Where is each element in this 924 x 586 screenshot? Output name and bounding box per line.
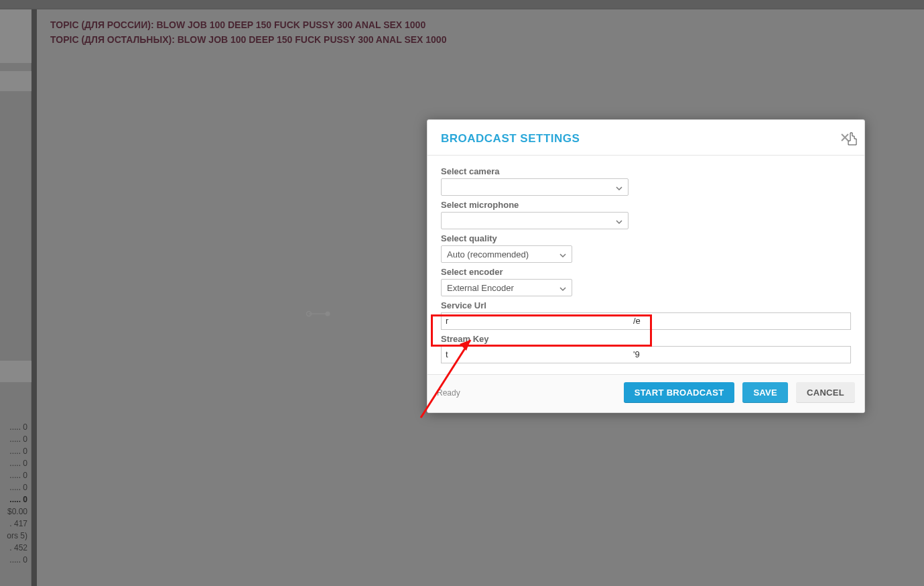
loading-icon	[305, 308, 332, 316]
service-url-value-left: r	[446, 313, 448, 329]
microphone-label: Select microphone	[441, 200, 851, 210]
stat-row: ..... 0	[0, 445, 27, 457]
start-broadcast-button[interactable]: START BROADCAST	[624, 382, 735, 403]
sidebar-stats: ..... 0 ..... 0 ..... 0 ..... 0 ..... 0 …	[0, 421, 31, 566]
stream-key-value-right: '9	[633, 347, 640, 363]
chevron-down-icon	[559, 284, 566, 291]
stat-row: ..... 0	[0, 469, 27, 481]
stat-row: ..... 0	[0, 493, 27, 506]
quality-select[interactable]: Auto (recommended)	[441, 245, 572, 263]
quality-value: Auto (recommended)	[447, 249, 529, 259]
stat-row: . 452	[0, 542, 27, 554]
stat-row: ..... 0	[0, 481, 27, 493]
stream-key-value-left: t	[446, 347, 448, 363]
camera-select[interactable]	[441, 178, 629, 196]
camera-label: Select camera	[441, 166, 851, 176]
save-button[interactable]: SAVE	[742, 382, 788, 403]
encoder-select[interactable]: External Encoder	[441, 279, 572, 296]
topic-line-others: TOPIC (ДЛЯ ОСТАЛЬНЫХ): BLOW JOB 100 DEEP…	[50, 32, 911, 47]
encoder-value: External Encoder	[447, 283, 514, 293]
svg-point-2	[326, 312, 330, 316]
stat-row: $0.00	[0, 506, 27, 518]
chevron-down-icon	[616, 217, 622, 224]
modal-footer: Ready START BROADCAST SAVE CANCEL	[427, 374, 864, 412]
topic-line-russia: TOPIC (ДЛЯ РОССИИ): BLOW JOB 100 DEEP 15…	[50, 17, 911, 32]
stream-key-input[interactable]: t '9	[441, 346, 851, 363]
modal-body: Select camera Select microphone Select q…	[427, 156, 864, 374]
stat-row: ..... 0	[0, 457, 27, 469]
stat-row: . 417	[0, 518, 27, 530]
cancel-button[interactable]: CANCEL	[796, 382, 855, 403]
modal-title: BROADCAST SETTINGS	[441, 132, 580, 145]
encoder-label: Select encoder	[441, 267, 851, 277]
quality-label: Select quality	[441, 233, 851, 243]
stat-row: ors 5)	[0, 530, 27, 542]
service-url-input[interactable]: r /e	[441, 312, 851, 330]
topic-banner: TOPIC (ДЛЯ РОССИИ): BLOW JOB 100 DEEP 15…	[37, 9, 924, 55]
window-topbar	[0, 0, 924, 9]
stat-row: ..... 0	[0, 554, 27, 566]
stat-row: ..... 0	[0, 433, 27, 445]
modal-header: BROADCAST SETTINGS	[427, 120, 864, 156]
service-url-value-right: /e	[633, 313, 641, 329]
modal-buttons: START BROADCAST SAVE CANCEL	[624, 382, 855, 403]
microphone-select[interactable]	[441, 212, 629, 229]
service-url-label: Service Url	[441, 300, 851, 310]
broadcast-settings-modal: BROADCAST SETTINGS Select camera Select …	[427, 119, 865, 413]
pointer-cursor-icon	[846, 131, 860, 148]
chevron-down-icon	[559, 251, 566, 257]
status-text: Ready	[437, 388, 460, 398]
stat-row: ..... 0	[0, 421, 27, 433]
chevron-down-icon	[616, 184, 622, 190]
stream-key-label: Stream Key	[441, 334, 851, 344]
